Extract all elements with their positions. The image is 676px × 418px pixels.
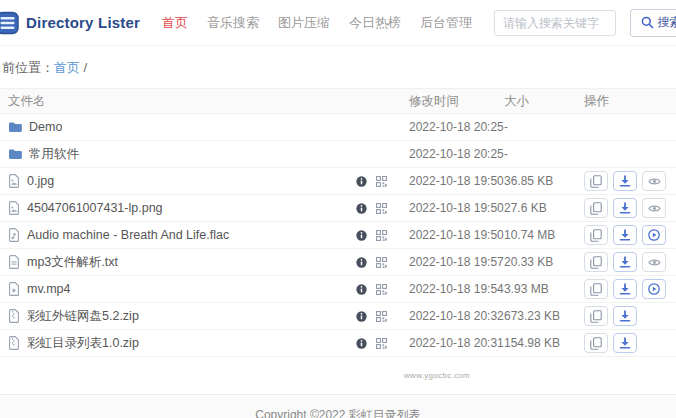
file-name-cell: mp3文件解析.txt	[0, 254, 409, 271]
copy-button[interactable]	[584, 252, 608, 272]
qrcode-icon[interactable]	[376, 230, 387, 241]
search-button[interactable]: 搜索	[630, 9, 676, 37]
file-name-link[interactable]: Audio machine - Breath And Life.flac	[27, 228, 229, 242]
modified-time: 2022-10-18 19:50	[409, 201, 504, 215]
file-meta-icons	[356, 257, 387, 268]
file-size: 10.74 MB	[504, 228, 576, 242]
download-button[interactable]	[613, 198, 637, 218]
audio-file-icon	[8, 228, 20, 242]
file-meta-icons	[356, 338, 387, 349]
column-header-mtime: 修改时间	[409, 93, 504, 110]
file-name-link[interactable]: 45047061007431-lp.png	[27, 201, 163, 215]
row-actions	[576, 306, 676, 326]
page-footer: Copyright ©2022 彩虹目录列表	[0, 394, 676, 418]
search-group: 搜索	[494, 9, 676, 37]
copy-button[interactable]	[584, 306, 608, 326]
file-name-link[interactable]: Demo	[29, 120, 62, 134]
table-row: 彩虹目录列表1.0.zip2022-10-18 20:31154.98 KB	[0, 330, 676, 357]
nav-item[interactable]: 今日热榜	[349, 14, 401, 32]
file-size: -	[504, 120, 576, 134]
file-name-link[interactable]: mp3文件解析.txt	[27, 254, 118, 271]
view-button[interactable]	[642, 198, 666, 218]
file-name-link[interactable]: 彩虹目录列表1.0.zip	[27, 335, 139, 352]
nav-item[interactable]: 后台管理	[420, 14, 472, 32]
search-input[interactable]	[494, 10, 616, 36]
info-icon[interactable]	[356, 203, 367, 214]
nav-item[interactable]: 音乐搜索	[207, 14, 259, 32]
file-name-cell: 彩虹外链网盘5.2.zip	[0, 308, 409, 325]
video-file-icon	[8, 282, 20, 296]
file-table-body: Demo2022-10-18 20:25-常用软件2022-10-18 20:2…	[0, 114, 676, 357]
table-row: 彩虹外链网盘5.2.zip2022-10-18 20:32673.23 KB	[0, 303, 676, 330]
download-button[interactable]	[613, 171, 637, 191]
file-size: 20.33 KB	[504, 255, 576, 269]
archive-file-icon	[8, 336, 20, 350]
row-actions	[576, 198, 676, 218]
download-button[interactable]	[613, 279, 637, 299]
file-size: 3.93 MB	[504, 282, 576, 296]
folder-icon	[8, 121, 22, 133]
app-logo-icon	[0, 11, 20, 35]
row-actions	[576, 171, 676, 191]
nav-item[interactable]: 图片压缩	[278, 14, 330, 32]
app-header: Directory Lister 首页音乐搜索图片压缩今日热榜后台管理 搜索	[0, 0, 676, 46]
view-button[interactable]	[642, 171, 666, 191]
image-file-icon	[8, 201, 20, 215]
info-icon[interactable]	[356, 257, 367, 268]
copy-button[interactable]	[584, 225, 608, 245]
info-icon[interactable]	[356, 311, 367, 322]
info-icon[interactable]	[356, 230, 367, 241]
file-name-cell: 彩虹目录列表1.0.zip	[0, 335, 409, 352]
archive-file-icon	[8, 309, 20, 323]
qrcode-icon[interactable]	[376, 311, 387, 322]
play-button[interactable]	[642, 279, 666, 299]
breadcrumb-home-link[interactable]: 首页	[54, 60, 80, 75]
view-button[interactable]	[642, 252, 666, 272]
file-name-cell: Demo	[0, 120, 409, 134]
file-name-link[interactable]: 常用软件	[29, 146, 79, 163]
play-button[interactable]	[642, 225, 666, 245]
nav-item[interactable]: 首页	[162, 14, 188, 32]
file-meta-icons	[356, 284, 387, 295]
main-nav: 首页音乐搜索图片压缩今日热榜后台管理	[162, 14, 472, 32]
download-button[interactable]	[613, 306, 637, 326]
file-name-link[interactable]: 0.jpg	[27, 174, 54, 188]
copy-button[interactable]	[584, 333, 608, 353]
download-button[interactable]	[613, 333, 637, 353]
file-table-header: 文件名 修改时间 大小 操作	[0, 88, 676, 114]
download-button[interactable]	[613, 225, 637, 245]
modified-time: 2022-10-18 19:50	[409, 174, 504, 188]
row-actions	[576, 252, 676, 272]
image-file-icon	[8, 174, 20, 188]
download-button[interactable]	[613, 252, 637, 272]
file-size: 36.85 KB	[504, 174, 576, 188]
table-row: mp3文件解析.txt2022-10-18 19:5720.33 KB	[0, 249, 676, 276]
info-icon[interactable]	[356, 176, 367, 187]
qrcode-icon[interactable]	[376, 203, 387, 214]
search-button-label: 搜索	[658, 14, 676, 31]
table-row: 0.jpg2022-10-18 19:5036.85 KB	[0, 168, 676, 195]
copy-button[interactable]	[584, 198, 608, 218]
qrcode-icon[interactable]	[376, 257, 387, 268]
column-header-size: 大小	[504, 93, 576, 110]
column-header-actions: 操作	[576, 93, 676, 110]
info-icon[interactable]	[356, 284, 367, 295]
brand-name: Directory Lister	[26, 14, 140, 31]
qrcode-icon[interactable]	[376, 176, 387, 187]
qrcode-icon[interactable]	[376, 338, 387, 349]
copy-button[interactable]	[584, 279, 608, 299]
modified-time: 2022-10-18 20:31	[409, 336, 504, 350]
qrcode-icon[interactable]	[376, 284, 387, 295]
file-size: 27.6 KB	[504, 201, 576, 215]
info-icon[interactable]	[356, 338, 367, 349]
file-name-cell: 45047061007431-lp.png	[0, 201, 409, 215]
file-name-cell: 常用软件	[0, 146, 409, 163]
file-name-link[interactable]: 彩虹外链网盘5.2.zip	[27, 308, 139, 325]
brand[interactable]: Directory Lister	[0, 11, 140, 35]
modified-time: 2022-10-18 19:50	[409, 228, 504, 242]
copy-button[interactable]	[584, 171, 608, 191]
file-name-link[interactable]: mv.mp4	[27, 282, 71, 296]
table-row: Audio machine - Breath And Life.flac2022…	[0, 222, 676, 249]
modified-time: 2022-10-18 19:57	[409, 255, 504, 269]
modified-time: 2022-10-18 20:25	[409, 147, 504, 161]
